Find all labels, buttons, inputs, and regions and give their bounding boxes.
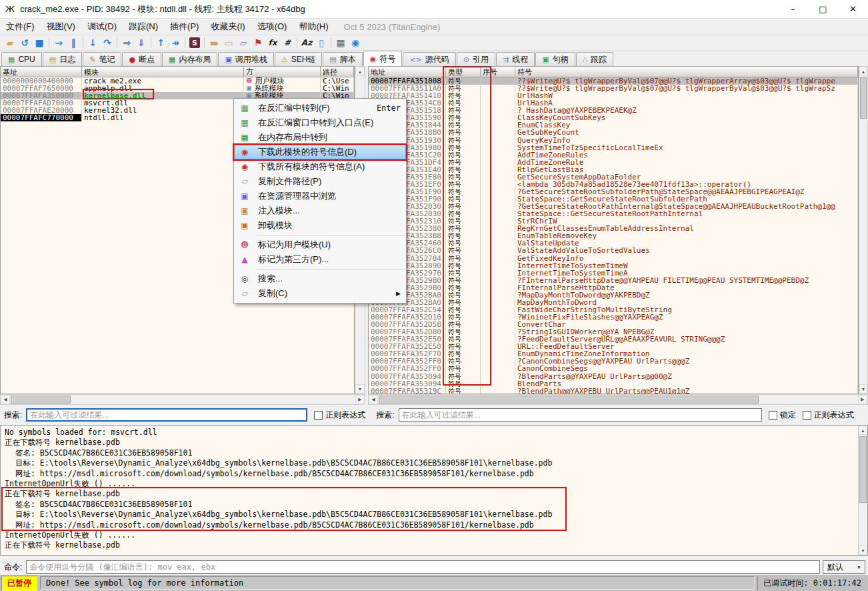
modules-icon[interactable]: ▯ [314,36,329,49]
symbols-vertical-scrollbar[interactable]: ▲ ▼ [859,66,868,394]
profile-dropdown[interactable]: 默认 [823,560,865,574]
symbol-row[interactable]: 00007FFAFA351EF0符号<lambda_305db74a85ad18… [369,181,858,188]
symbol-row[interactable]: 00007FFAFA351E80符号GetSecureSystemAppData… [369,173,858,181]
scroll-down-arrow[interactable]: ▼ [859,546,867,555]
scroll-up-arrow[interactable]: ▲ [859,67,867,76]
context-menu-item[interactable]: ▲标记为第三方(P)... [234,252,406,267]
comment-icon[interactable]: ▭ [221,36,236,49]
bookmark-icon[interactable]: ⚑ [251,36,265,49]
symbol-row[interactable]: 00007FFAFA35319C符号?BlendPath@@YAXPEBU_Ur… [369,388,858,394]
help-globe-icon[interactable]: ◉ [348,36,363,49]
symbol-row[interactable]: 00007FFAFA352D58符号ConvertChar [369,321,858,328]
symbol-row[interactable]: 00007FFAFA352E50符号URL::FeedDefaultServer [369,343,858,350]
scroll-thumb[interactable] [859,436,867,503]
tab-内存布局[interactable]: ▦内存布局 [162,52,217,66]
context-menu-item[interactable]: ◎搜索... [234,271,406,286]
context-menu-item[interactable]: ◉下载此模块的符号信息(D) [234,145,406,159]
label-icon[interactable]: ▱ [236,36,251,49]
scroll-left-arrow[interactable]: ◀ [1,395,10,404]
module-row[interactable]: 00007FFAF7650000apphelp.dll▣系统模块C:\Win [1,85,354,92]
context-menu-item[interactable]: ▱复制(C)▶ [234,286,406,301]
scroll-up-arrow[interactable]: ▲ [859,426,867,435]
symbol-row[interactable]: 00007FFAFA3529B0符号FInternalParseHttpDate [369,284,858,291]
tab-日志[interactable]: ▤日志 [43,52,82,66]
modules-search-input[interactable] [26,408,307,422]
tab-符号[interactable]: ◉符号 [363,51,403,66]
tab-线程[interactable]: ⇉线程 [496,52,535,66]
strings-icon[interactable]: Az [299,36,314,49]
minimize-button[interactable]: – [778,0,808,18]
command-input[interactable] [26,560,820,574]
col-header-type[interactable]: 类型 [446,67,481,77]
modules-horizontal-scrollbar[interactable]: ◀ ▶ [0,394,365,405]
symbols-horizontal-scrollbar[interactable]: ◀ ▶ [368,394,868,405]
symbol-row[interactable]: 00007FFAFA351590符号ClassKeyCountSubKeys [369,114,858,121]
scroll-thumb[interactable] [11,396,71,404]
tab-笔记[interactable]: ✎笔记 [83,52,121,66]
symbol-row[interactable]: 00007FFAFA351C20符号AddTimeZoneRules [369,151,858,159]
scroll-thumb[interactable] [860,77,867,119]
symbol-row[interactable]: 00007FFAFA351410符号UrlHashW [369,92,858,99]
symbol-row[interactable]: 00007FFAFA3511A0符号??$Write@U?$_tlgWrappe… [369,85,858,92]
restart-icon[interactable]: ↺ [17,36,32,49]
symbol-row[interactable]: 00007FFAFA352FF0符号?CanonCombineSegs@@YAX… [369,358,858,365]
col-header-address[interactable]: 地址 [369,67,446,77]
symbol-row[interactable]: 00007FFAFA351980符号SystemTimeToTzSpecific… [369,144,858,151]
symbol-row[interactable]: 00007FFAFA352890符号InternetTimeToSystemTi… [369,262,858,269]
tab-调用堆栈[interactable]: ▣调用堆栈 [218,52,273,66]
symbol-row[interactable]: 00007FFAFA3529B0符号?FInternalParseHttpDat… [369,277,858,284]
scroll-left-arrow[interactable]: ◀ [369,395,378,404]
symbol-row[interactable]: 00007FFAFA352E50符号?FeedDefaultServer@URL… [369,336,858,343]
tab-断点[interactable]: ●断点 [122,52,161,66]
open-file-icon[interactable]: ▰ [3,36,17,49]
menu-item-跟踪(N)[interactable]: 跟踪(N) [123,19,164,35]
symbol-row[interactable]: 00007FFAFA352BA0符号?MapDayMonthToDword@@Y… [369,291,858,299]
patch-icon[interactable]: ▬ [207,36,221,49]
scroll-up-arrow[interactable]: ▲ [355,67,365,76]
calculator-icon[interactable]: ▦ [333,36,348,49]
menu-item-帮助(H)[interactable]: 帮助(H) [293,19,334,35]
symbol-row[interactable]: 00007FFAFA3514C0符号UrlHashA [369,99,858,107]
symbol-row[interactable]: 00007FFAFA352460符号ValStateUpdate [369,239,858,247]
context-menu-item[interactable]: ▱复制文件路径(P) [234,174,406,189]
symbol-row[interactable]: 00007FFAFA352BA0符号MapDayMonthToDword [369,299,858,306]
tab-源代码[interactable]: <>源代码 [403,52,455,66]
checkbox-box[interactable] [769,411,777,420]
maximize-button[interactable]: □ [808,0,838,18]
symbol-row[interactable]: 00007FFAFA352C54符号FastWideCharStringToMu… [369,306,858,314]
step-into-icon[interactable]: ↓ [85,36,100,49]
context-menu-item[interactable]: ▣卸载模块 [234,218,406,233]
execute-till-return-icon[interactable]: ↑ [153,36,168,49]
scroll-down-arrow[interactable]: ▼ [355,384,365,394]
symbol-row[interactable]: 00007FFAFA3523B8符号EnumTableRemoveKey [369,232,858,239]
symbol-row[interactable]: 00007FFAFA351930符号QueryKeyInfo [369,137,858,144]
symbol-row[interactable]: 00007FFAFA352030符号StateSpace::GetSecureS… [369,210,858,217]
function-icon[interactable]: fx [265,36,280,49]
module-row[interactable]: 0000000000400000crack_me2.exe☻用户模块C:\Use [1,77,354,85]
symbols-search-input[interactable] [399,408,762,422]
menu-item-文件(F)[interactable]: 文件(F) [0,19,41,35]
menu-item-调试(D)[interactable]: 调试(D) [81,19,123,35]
symbol-row[interactable]: 00007FFAFA351008符号??$Write@U?$_tlgWrappe… [369,77,858,85]
symbol-row[interactable]: 00007FFAFA3526C0符号ValStateAddValueToSort… [369,247,858,254]
context-menu-item[interactable]: ◉下载所有模块的符号信息(A) [234,159,406,174]
col-header-party[interactable]: 方 [244,67,321,77]
tab-跟踪[interactable]: ∴跟踪 [576,52,613,66]
scroll-thumb[interactable] [379,396,759,404]
symbol-row[interactable]: 00007FFAFA351844符号EnumClassKey [369,121,858,129]
run-until-icon[interactable]: ⇒ [119,36,134,49]
context-menu-item[interactable]: ▣在资源管理器中浏览 [234,189,406,203]
regex-checkbox[interactable]: 正则表达式 [314,410,365,421]
symbol-row[interactable]: 00007FFAFA351F90符号StateSpace::GetSecureS… [369,195,858,203]
checkbox-box[interactable] [314,411,323,420]
symbol-row[interactable]: 00007FFAFA352F70符号EnumDynamicTimeZoneInf… [369,350,858,358]
tab-SEH链[interactable]: ⚠SEH链 [275,52,323,66]
pause-icon[interactable]: ‖ [66,36,81,49]
run-icon[interactable]: → [51,36,66,49]
regex-checkbox[interactable]: 正则表达式 [803,410,854,421]
tab-CPU[interactable]: ▦CPU [1,52,42,66]
checkbox-box[interactable] [803,411,811,420]
col-header-symbol[interactable]: 符号 [515,67,858,77]
symbol-row[interactable]: 00007FFAFA351E40符号RtlpGetLastBias [369,166,858,173]
lock-checkbox[interactable]: 锁定 [769,410,796,421]
